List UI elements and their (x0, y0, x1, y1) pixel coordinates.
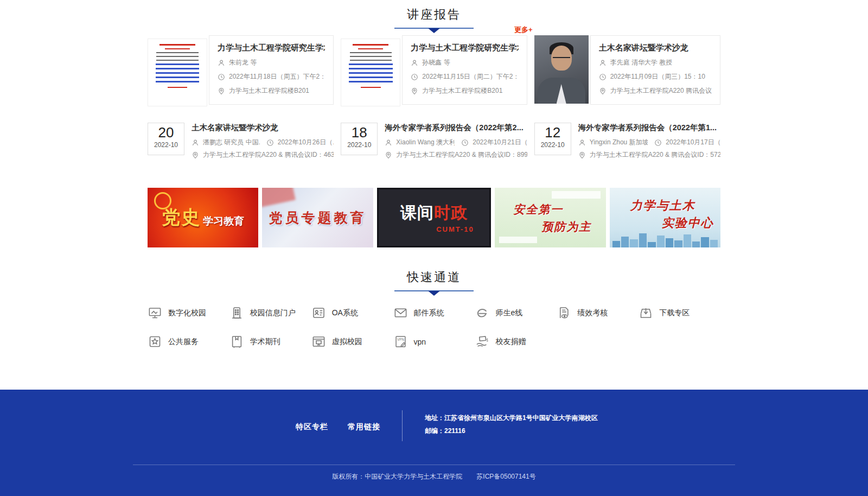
lecture-time: 2022年10月17日（... (666, 138, 720, 147)
document-eye-icon (557, 306, 571, 320)
footer-nav: 特区专栏 常用链接 (296, 422, 380, 432)
banner-party-history[interactable]: 党史 学习教育 (148, 188, 258, 247)
location-pin-icon (411, 87, 418, 95)
lecture-speaker: 李先庭 清华大学 教授 (610, 58, 673, 67)
clock-icon (266, 139, 274, 147)
lecture-speaker-row: 孙晓鑫 等 (411, 58, 518, 67)
lecture-time: 2022年10月21日（... (473, 138, 527, 147)
lecture-time-row: 2022年11月09日（周三）15：10 (599, 72, 712, 81)
footer-icp[interactable]: 苏ICP备05007141号 (476, 473, 535, 480)
person-icon (411, 59, 418, 67)
star-square-icon (148, 334, 162, 349)
clock-icon (218, 73, 225, 81)
lecture-location: 力学与土木工程学院A220 腾讯会议ID：4... (610, 86, 712, 96)
banner-lab-center[interactable]: 力学与土木 实验中心 (610, 188, 720, 247)
lecture-speaker: 朱前龙 等 (229, 58, 257, 67)
banner-member-education[interactable]: 党员专题教育 (262, 188, 373, 247)
book-icon (229, 334, 244, 349)
lecture-meta-row: 潘鹏志 研究员 中国... 2022年10月26日（... (192, 138, 334, 147)
clock-icon (461, 139, 469, 147)
lecture-location-row: 力学与土木工程学院A220 & 腾讯会议ID：463 2... (192, 150, 334, 160)
quicklink-download[interactable]: 下载专区 (639, 306, 720, 320)
quicklink-label: OA系统 (332, 308, 358, 318)
leaf-decoration (499, 237, 537, 243)
hand-gift-icon (475, 334, 489, 349)
lecture-title: 海外专家学者系列报告会（2022年第1... (578, 123, 720, 133)
quicklink-virtual-campus[interactable]: 虚拟校园 (311, 334, 393, 349)
footer-address: 地址：江苏省徐州市泉山区大学路1号中国矿业大学南湖校区 (425, 411, 598, 424)
id-card-icon (311, 306, 326, 320)
quicklink-performance[interactable]: 绩效考核 (557, 306, 639, 320)
quicklink-public-service[interactable]: 公共服务 (148, 334, 229, 349)
lecture-card-body: 力学与土木工程学院研究生学术... 孙晓鑫 等 2022年11月15日（周二）下… (402, 35, 527, 105)
quicklink-vpn[interactable]: VPN vpn (393, 334, 475, 349)
quicklink-campus-portal[interactable]: 校园信息门户 (229, 306, 311, 320)
page: 讲座报告 更多+ 力学与土木工程学院研究生学术... 朱前龙 等 (0, 0, 868, 496)
lecture-time-row: 2022年10月21日（... (461, 138, 527, 147)
lecture-location-row: 力学与土木工程学院楼B201 (411, 86, 518, 96)
lecture-location: 力学与土木工程学院A220 & 腾讯会议ID：899 4... (396, 150, 527, 160)
lecture-title: 海外专家学者系列报告会（2022年第2... (385, 123, 527, 133)
lecture-time: 2022年11月18日（周五）下午2：00 (229, 72, 325, 81)
quicklink-label: 绩效考核 (577, 308, 608, 318)
quicklink-label: 师生e线 (495, 308, 522, 318)
banner-class-politics[interactable]: 课间时政 CUMT-10 (377, 188, 491, 247)
lecture-title: 土木名家讲坛暨学术沙龙 (599, 43, 712, 53)
download-tray-icon (639, 306, 653, 320)
lecture-list-row: 20 2022-10 土木名家讲坛暨学术沙龙 潘鹏志 研究员 中国... (148, 123, 720, 160)
quicklink-mail-system[interactable]: 邮件系统 (393, 306, 475, 320)
lecture-meta-row: Yingxin Zhou 新加坡... 2022年10月17日（... (578, 138, 720, 147)
page-footer: 特区专栏 常用链接 地址：江苏省徐州市泉山区大学路1号中国矿业大学南湖校区 邮编… (0, 390, 868, 496)
quicklink-label: 校园信息门户 (250, 308, 296, 318)
quicklink-eline[interactable]: 师生e线 (475, 306, 557, 320)
lecture-list-body: 土木名家讲坛暨学术沙龙 潘鹏志 研究员 中国... 2022年10月26日（..… (192, 123, 334, 160)
quicklink-oa-system[interactable]: OA系统 (311, 306, 393, 320)
footer-link-special-column[interactable]: 特区专栏 (296, 422, 328, 432)
banner-text: 实验中心 (662, 215, 714, 231)
lecture-list-item[interactable]: 20 2022-10 土木名家讲坛暨学术沙龙 潘鹏志 研究员 中国... (148, 123, 334, 160)
building-icon (229, 306, 244, 320)
section-underline (394, 28, 474, 29)
lecture-time-row: 2022年10月26日（... (266, 138, 334, 147)
quicklink-label: vpn (414, 338, 426, 346)
lecture-card[interactable]: 力学与土木工程学院研究生学术... 朱前龙 等 2022年11月18日（周五）下… (148, 35, 334, 106)
lectures-header: 讲座报告 更多+ (148, 7, 720, 29)
clock-icon (654, 139, 662, 147)
lecture-list-item[interactable]: 12 2022-10 海外专家学者系列报告会（2022年第1... Yingxi… (534, 123, 720, 160)
more-link[interactable]: 更多+ (514, 25, 533, 35)
lecture-card[interactable]: 力学与土木工程学院研究生学术... 孙晓鑫 等 2022年11月15日（周二）下… (341, 35, 527, 106)
date-month: 2022-10 (535, 141, 571, 149)
quicklink-alumni-donation[interactable]: 校友捐赠 (475, 334, 557, 349)
lecture-card-body: 力学与土木工程学院研究生学术... 朱前龙 等 2022年11月18日（周五）下… (209, 35, 334, 105)
lecture-title: 力学与土木工程学院研究生学术... (411, 43, 518, 53)
lecture-cards-row: 力学与土木工程学院研究生学术... 朱前龙 等 2022年11月18日（周五）下… (148, 35, 720, 106)
footer-postcode: 邮编：221116 (425, 424, 598, 437)
lecture-speaker-row: 潘鹏志 研究员 中国... (192, 138, 260, 147)
lecture-location-row: 力学与土木工程学院A220 & 腾讯会议ID：899 4... (385, 150, 527, 160)
location-pin-icon (599, 87, 607, 95)
lecture-time-row: 2022年11月15日（周二）下午2：00 (411, 72, 518, 81)
monitor-icon (148, 306, 162, 320)
lecture-time: 2022年11月15日（周二）下午2：00 (422, 72, 518, 81)
section-underline (394, 290, 474, 291)
svg-text:VPN: VPN (397, 338, 404, 341)
lecture-location: 力学与土木工程学院楼B201 (422, 86, 502, 96)
skyline-decoration (610, 231, 720, 247)
footer-link-common-links[interactable]: 常用链接 (348, 422, 380, 432)
footer-vertical-divider (402, 410, 403, 441)
lecture-card[interactable]: 土木名家讲坛暨学术沙龙 李先庭 清华大学 教授 2022年11月09日（周三）1… (534, 35, 720, 106)
chevron-down-icon (428, 291, 440, 296)
person-icon (385, 139, 392, 147)
quicklink-journal[interactable]: 学术期刊 (229, 334, 311, 349)
lecture-list-item[interactable]: 18 2022-10 海外专家学者系列报告会（2022年第2... Xiaoli… (341, 123, 527, 160)
virtual-desktop-icon (311, 334, 326, 349)
date-box: 12 2022-10 (534, 123, 571, 155)
location-pin-icon (385, 151, 392, 159)
lecture-speaker-row: Xiaolin Wang 澳大利... (385, 138, 455, 147)
clock-icon (411, 73, 418, 81)
lecture-title: 力学与土木工程学院研究生学术... (218, 43, 325, 53)
banner-text: 课间 (400, 202, 434, 224)
banner-safety[interactable]: 安全第一 预防为主 (495, 188, 605, 247)
quicklink-digital-campus[interactable]: 数字化校园 (148, 306, 229, 320)
banner-row: 党史 学习教育 党员专题教育 课间时政 CUMT-10 安全第一 预防为主 (148, 188, 720, 247)
